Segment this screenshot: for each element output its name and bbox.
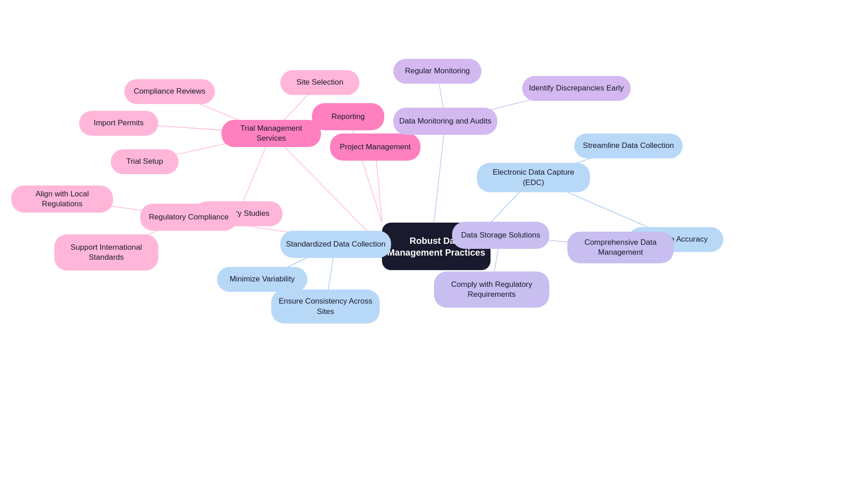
node-label-site-selection: Site Selection — [280, 70, 359, 95]
node-label-comprehensive-data: Comprehensive Data Management — [567, 232, 674, 263]
node-label-align-local-regulations: Align with Local Regulations — [11, 186, 113, 213]
node-label-support-international: Support International Standards — [54, 234, 158, 271]
node-label-project-management: Project Management — [330, 133, 420, 161]
mindmap-canvas: Robust Data Management PracticesTrial Ma… — [0, 0, 868, 490]
node-label-streamline-data: Streamline Data Collection — [574, 133, 683, 158]
node-label-identify-discrepancies: Identify Discrepancies Early — [522, 76, 631, 101]
node-label-ensure-consistency: Ensure Consistency Across Sites — [271, 290, 380, 323]
node-label-data-storage: Data Storage Solutions — [452, 222, 549, 249]
node-label-edc: Electronic Data Capture (EDC) — [477, 163, 590, 192]
node-label-standardized-data: Standardized Data Collection — [280, 231, 391, 258]
node-label-regular-monitoring: Regular Monitoring — [393, 59, 481, 84]
node-label-comply-regulatory: Comply with Regulatory Requirements — [434, 271, 549, 308]
node-label-compliance-reviews: Compliance Reviews — [124, 79, 215, 104]
node-label-regulatory-compliance: Regulatory Compliance — [140, 204, 237, 231]
node-label-minimize-variability: Minimize Variability — [217, 267, 307, 292]
svg-line-11 — [434, 121, 445, 223]
node-label-trial-setup: Trial Setup — [111, 149, 179, 174]
node-label-trial-management: Trial Management Services — [222, 120, 321, 147]
node-label-import-permits: Import Permits — [79, 111, 158, 136]
node-label-data-monitoring: Data Monitoring and Audits — [393, 108, 497, 135]
node-label-reporting: Reporting — [312, 103, 384, 130]
